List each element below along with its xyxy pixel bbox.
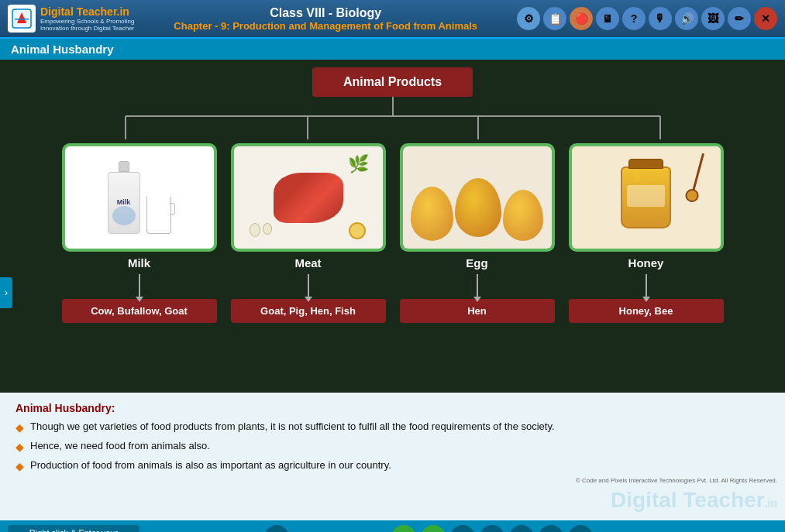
logo-name: Digital Teacher — [40, 5, 117, 18]
info-panel: Animal Husbandry: ◆ Though we get variet… — [0, 393, 785, 520]
meat-label: Meat — [294, 256, 321, 269]
egg-source: Hen — [400, 299, 555, 323]
ctrl-btn-edit[interactable]: ✏ — [728, 7, 751, 30]
watermark: Digital Teacher.in — [611, 488, 777, 513]
milk-illustration: Milk — [100, 153, 179, 242]
milk-source: Cow, Bufallow, Goat — [62, 299, 217, 323]
honey-image-box — [569, 143, 724, 252]
ctrl-btn-mic[interactable]: 🎙 — [649, 7, 672, 30]
ctrl-btn-close[interactable]: ✕ — [754, 7, 777, 30]
logo-icon — [8, 5, 36, 33]
bullet-2: ◆ — [15, 441, 24, 453]
egg-illustration — [403, 146, 552, 249]
section-bar: Animal Husbandry — [0, 39, 785, 60]
info-text-3: Production of food from animals is also … — [30, 459, 391, 471]
copyright: © Code and Pixels Interactive Technologi… — [576, 477, 777, 484]
honey-source: Honey, Bee — [569, 299, 724, 323]
cards-row: Milk Milk Cow, Bufallow, Goat — [62, 143, 724, 323]
footer-btn-pause[interactable]: ⏸ — [421, 525, 446, 532]
honey-card: Honey Honey, Bee — [569, 143, 724, 323]
ctrl-btn-audio[interactable]: 🔊 — [675, 7, 698, 30]
header-title: Class VIII - Biology Chapter - 9: Produc… — [134, 6, 517, 32]
diagram-area: Animal Products — [15, 67, 770, 323]
logo-dot: .in — [117, 5, 129, 18]
egg-image-box — [400, 143, 555, 252]
logo: Digital Teacher.in Empowering Schools & … — [8, 5, 134, 33]
logo-text: Digital Teacher.in Empowering Schools & … — [40, 5, 134, 32]
footer: Right click & Enter your School name 📒 ▶… — [0, 520, 785, 532]
ctrl-btn-3[interactable]: 🔴 — [570, 7, 593, 30]
milk-arrow — [139, 274, 140, 297]
ctrl-btn-2[interactable]: 📋 — [543, 7, 566, 30]
info-text-1: Though we get varieties of food products… — [30, 420, 555, 432]
logo-sub1: Empowering Schools & Promoting — [40, 18, 134, 25]
side-arrow[interactable]: › — [0, 277, 12, 308]
chapter-title: Chapter - 9: Production and Management o… — [134, 20, 517, 32]
footer-btn-volume[interactable]: 🔊 — [450, 525, 475, 532]
info-title: Animal Husbandry: — [15, 402, 770, 414]
logo-main-text: Digital Teacher.in — [40, 5, 134, 18]
ctrl-btn-help[interactable]: ? — [622, 7, 646, 30]
egg-card: Egg Hen — [400, 143, 555, 323]
footer-controls[interactable]: 📒 ▶ ⏸ 🔊 📷 ⏮ ↺ ⏭ — [264, 525, 593, 532]
footer-btn-prev[interactable]: ⏮ — [509, 525, 534, 532]
info-text-2: Hence, we need food from animals also. — [30, 440, 210, 451]
milk-card: Milk Milk Cow, Bufallow, Goat — [62, 143, 217, 323]
egg-arrow — [477, 274, 478, 297]
footer-btn-notebook[interactable]: 📒 — [264, 525, 289, 532]
bullet-3: ◆ — [15, 460, 24, 472]
header-controls[interactable]: ⚙ 📋 🔴 🖥 ? 🎙 🔊 🖼 ✏ ✕ — [517, 7, 777, 30]
meat-image-box: 🌿 — [231, 143, 386, 252]
honey-arrow — [646, 274, 647, 297]
footer-btn-play[interactable]: ▶ — [391, 525, 416, 532]
class-title: Class VIII - Biology — [134, 6, 517, 20]
info-item-3: ◆ Production of food from animals is als… — [15, 459, 770, 472]
footer-btn-refresh[interactable]: ↺ — [539, 525, 563, 532]
meat-illustration: 🌿 — [234, 146, 383, 249]
section-title: Animal Husbandry — [11, 43, 114, 56]
footer-school-label[interactable]: Right click & Enter your School name — [8, 525, 139, 532]
milk-label: Milk — [128, 256, 150, 269]
milk-image-box: Milk — [62, 143, 217, 252]
main-content: Animal Products — [0, 60, 785, 393]
footer-btn-camera[interactable]: 📷 — [480, 525, 504, 532]
honey-label: Honey — [628, 256, 664, 269]
ctrl-btn-img[interactable]: 🖼 — [701, 7, 725, 30]
connector-lines — [44, 97, 742, 143]
ctrl-btn-1[interactable]: ⚙ — [517, 7, 540, 30]
egg-label: Egg — [466, 256, 487, 269]
footer-btn-next[interactable]: ⏭ — [568, 525, 593, 532]
meat-card: 🌿 Meat Goat, Pig, Hen, Fish — [231, 143, 386, 323]
root-node: Animal Products — [312, 67, 473, 97]
svg-rect-2 — [15, 19, 29, 20]
bullet-1: ◆ — [15, 421, 24, 434]
info-item-2: ◆ Hence, we need food from animals also. — [15, 440, 770, 453]
header: Digital Teacher.in Empowering Schools & … — [0, 0, 785, 39]
honey-illustration — [572, 146, 721, 249]
info-item-1: ◆ Though we get varieties of food produc… — [15, 420, 770, 434]
ctrl-btn-4[interactable]: 🖥 — [596, 7, 619, 30]
logo-sub2: Innovation through Digital Teacher — [40, 25, 134, 32]
meat-source: Goat, Pig, Hen, Fish — [231, 299, 386, 323]
meat-arrow — [308, 274, 309, 297]
